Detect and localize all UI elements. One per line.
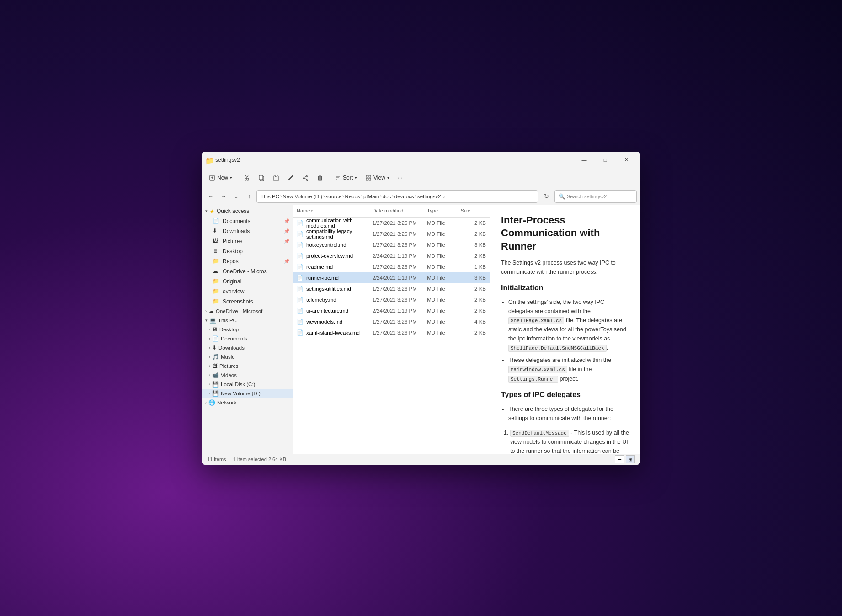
sidebar-item-videos[interactable]: › 📹 Videos [202,371,293,380]
sidebar-item-overview[interactable]: 📁 overview [202,287,293,297]
sidebar-item-repos[interactable]: 📁 Repos 📌 [202,256,293,266]
recent-button[interactable]: ⌄ [231,191,242,202]
sidebar-item-network[interactable]: › 🌐 Network [202,398,293,407]
breadcrumb-repos[interactable]: Repos [345,194,360,199]
file-explorer-window: 📁 settingsv2 — □ ✕ New ▾ [202,152,640,465]
breadcrumb-doc[interactable]: doc [383,194,391,199]
file-size-cell: 2 KB [461,253,486,259]
file-size-cell: 3 KB [461,242,486,248]
file-date-cell: 1/27/2021 3:26 PM [373,220,427,226]
table-row[interactable]: 📄 hotkeycontrol.md 1/27/2021 3:26 PM MD … [293,239,490,250]
sidebar-item-documents[interactable]: 📄 Documents 📌 [202,216,293,226]
file-icon: 📄 [297,242,304,248]
sidebar-item-desktop-pc[interactable]: › 🖥 Desktop [202,325,293,334]
refresh-button[interactable]: ↻ [540,190,553,203]
file-size-cell: 3 KB [461,275,486,281]
breadcrumb-settingsv2[interactable]: settingsv2 [417,194,441,199]
search-box[interactable]: 🔍 Search settingsv2 [554,190,637,203]
desktop-folder-icon: 🖥 [212,326,218,333]
breadcrumb[interactable]: This PC › New Volume (D:) › source › Rep… [256,190,538,203]
file-date-cell: 1/27/2021 3:26 PM [373,297,427,303]
copy-button[interactable] [255,170,268,185]
delete-icon [317,175,323,181]
view-button[interactable]: View ▾ [362,170,393,185]
file-name-cell: 📄 telemetry.md [297,297,373,303]
table-row[interactable]: 📄 compatibility-legacy-settings.md 1/27/… [293,228,490,239]
file-name-cell: 📄 compatibility-legacy-settings.md [297,228,373,239]
title-bar: 📁 settingsv2 — □ ✕ [202,152,640,168]
sidebar-item-label: Downloads [218,345,289,350]
table-row[interactable]: 📄 viewmodels.md 1/27/2021 3:26 PM MD Fil… [293,316,490,327]
sidebar-item-label: Videos [221,372,289,378]
breadcrumb-this-pc[interactable]: This PC [261,194,279,199]
rename-button[interactable] [284,170,298,185]
sidebar-item-music[interactable]: › 🎵 Music [202,352,293,361]
sidebar-item-label: New Volume (D:) [221,391,289,396]
file-list-area: Name ▾ Date modified Type Size 📄 communi… [293,205,490,454]
cut-button[interactable] [240,170,254,185]
preview-delegates-list: SendDefaultMessage - This is used by all… [510,428,629,454]
file-type-cell: MD File [427,231,461,237]
more-options-button[interactable]: ··· [394,170,406,185]
share-button[interactable] [298,170,312,185]
quick-access-header[interactable]: ▾ ★ Quick access [202,207,293,216]
sidebar-item-downloads-pc[interactable]: › ⬇ Downloads [202,343,293,352]
sidebar-item-onedrive-main[interactable]: › ☁ OneDrive - Microsof [202,307,293,316]
file-list: 📄 communication-with-modules.md 1/27/202… [293,218,490,454]
window-title: settingsv2 [215,157,574,163]
col-header-date[interactable]: Date modified [373,208,427,213]
sidebar-item-desktop[interactable]: 🖥 Desktop [202,246,293,256]
onedrive-expand-icon: › [205,309,207,313]
sort-button[interactable]: Sort ▾ [331,170,361,185]
file-date-cell: 1/27/2021 3:26 PM [373,330,427,335]
breadcrumb-source[interactable]: source [326,194,342,199]
copy-icon [258,175,265,181]
sidebar-item-pictures-pc[interactable]: › 🖼 Pictures [202,361,293,371]
new-button[interactable]: New ▾ [205,170,236,185]
back-button[interactable]: ← [205,191,216,202]
sidebar-item-original[interactable]: 📁 Original [202,276,293,287]
sidebar-item-local-disk[interactable]: › 💾 Local Disk (C:) [202,380,293,389]
sidebar-item-pictures[interactable]: 🖼 Pictures 📌 [202,236,293,246]
code-shellpage: ShellPage.xaml.cs [508,317,564,324]
list-view-button[interactable]: ☰ [615,455,624,463]
table-row[interactable]: 📄 project-overview.md 2/24/2021 1:19 PM … [293,250,490,261]
sidebar-item-downloads[interactable]: ⬇ Downloads 📌 [202,226,293,236]
sidebar-item-screenshots[interactable]: 📁 Screenshots [202,297,293,307]
forward-button[interactable]: → [218,191,229,202]
delete-button[interactable] [313,170,327,185]
table-row[interactable]: 📄 xaml-island-tweaks.md 1/27/2021 3:26 P… [293,327,490,338]
paste-button[interactable] [269,170,283,185]
svg-point-7 [307,175,308,177]
original-folder-icon: 📁 [213,278,220,285]
pin-icon: 📌 [284,228,289,234]
up-button[interactable]: ↑ [244,191,255,202]
onedrive-icon: ☁ [213,268,220,275]
overview-folder-icon: 📁 [213,288,220,295]
maximize-button[interactable]: □ [595,152,616,168]
svg-rect-6 [275,175,277,177]
list-item: On the settings' side, the two way IPC d… [508,297,629,353]
col-header-size[interactable]: Size [461,208,486,213]
table-row[interactable]: 📄 telemetry.md 1/27/2021 3:26 PM MD File… [293,294,490,305]
minimize-button[interactable]: — [574,152,595,168]
table-row[interactable]: 📄 communication-with-modules.md 1/27/202… [293,218,490,228]
table-row[interactable]: 📄 runner-ipc.md 2/24/2021 1:19 PM MD Fil… [293,272,490,283]
breadcrumb-drive[interactable]: New Volume (D:) [282,194,322,199]
breadcrumb-ptmain[interactable]: ptMain [363,194,379,199]
sidebar-item-new-volume[interactable]: › 💾 New Volume (D:) [202,389,293,398]
sidebar-item-documents-pc[interactable]: › 📄 Documents [202,334,293,343]
table-row[interactable]: 📄 readme.md 1/27/2021 3:26 PM MD File 1 … [293,261,490,272]
breadcrumb-devdocs[interactable]: devdocs [394,194,414,199]
col-header-name[interactable]: Name ▾ [297,208,373,213]
table-row[interactable]: 📄 settings-utilities.md 1/27/2021 3:26 P… [293,283,490,294]
details-view-button[interactable]: ⊞ [626,455,635,463]
toolbar-sep-1 [238,172,238,183]
code-send-default: SendDefaultMessage [510,430,569,437]
sidebar-item-onedrive[interactable]: ☁ OneDrive - Micros [202,266,293,276]
close-button[interactable]: ✕ [616,152,637,168]
col-header-type[interactable]: Type [427,208,461,213]
table-row[interactable]: 📄 ui-architecture.md 2/24/2021 1:19 PM M… [293,305,490,316]
list-item: SendDefaultMessage - This is used by all… [510,428,629,454]
sidebar-item-this-pc[interactable]: ▾ 💻 This PC [202,316,293,325]
